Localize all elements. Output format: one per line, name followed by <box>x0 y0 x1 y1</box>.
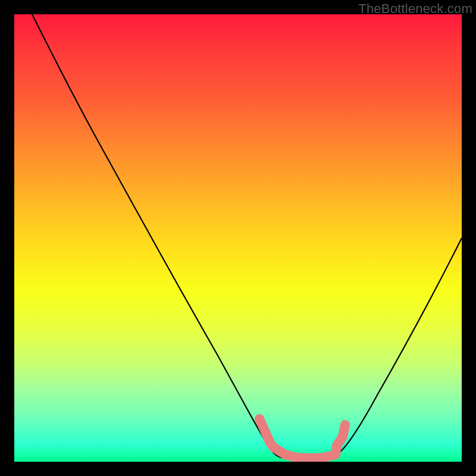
chart-container: TheBottleneck.com <box>0 0 476 476</box>
curve-svg <box>14 14 462 462</box>
plot-area <box>14 14 462 462</box>
main-curve <box>32 14 462 460</box>
watermark-text: TheBottleneck.com <box>358 1 472 17</box>
